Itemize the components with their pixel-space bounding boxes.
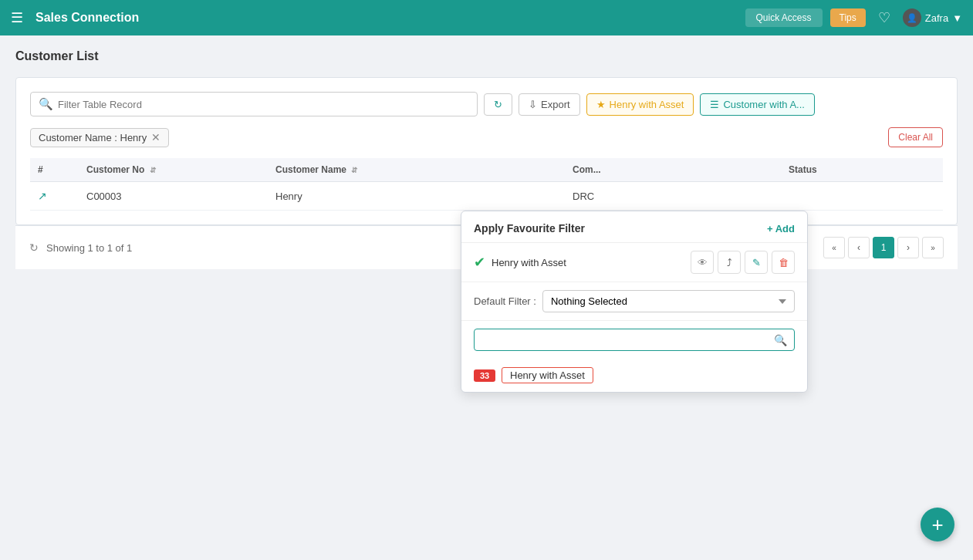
default-filter-select[interactable]: Nothing Selected (542, 290, 795, 312)
col-header-status: Status (781, 158, 943, 182)
toolbar: 🔍 ↻ ⇩ Export ★ Henry with Asset ☰ Custom… (30, 92, 943, 116)
refresh-icon: ↻ (494, 99, 502, 110)
export-icon: ⇩ (529, 99, 537, 110)
main-card: 🔍 ↻ ⇩ Export ★ Henry with Asset ☰ Custom… (15, 77, 958, 225)
panel-default-row: Default Filter : Nothing Selected (461, 282, 807, 321)
panel-search-input[interactable] (474, 329, 795, 351)
user-name: Zafra (925, 12, 948, 24)
page-title: Customer List (15, 49, 958, 63)
tips-button[interactable]: Tips (830, 8, 866, 27)
search-icon: 🔍 (39, 97, 53, 111)
chevron-down-icon: ▼ (952, 12, 962, 24)
footer-refresh-icon[interactable]: ↻ (29, 241, 39, 254)
star-icon: ★ (596, 99, 606, 110)
panel-add-button[interactable]: + Add (767, 223, 795, 234)
customer-name-cell: Henry (268, 182, 565, 211)
columns-button[interactable]: ☰ Customer with A... (700, 93, 814, 116)
check-circle-icon: ✔ (474, 254, 485, 271)
export-button[interactable]: ⇩ Export (519, 93, 580, 116)
default-filter-label: Default Filter : (474, 295, 536, 307)
favourite-filter-button[interactable]: ★ Henry with Asset (586, 93, 694, 116)
quick-access-button[interactable]: Quick Access (745, 8, 823, 27)
dropdown-item[interactable]: 33 Henry with Asset (461, 362, 807, 389)
customer-table: # Customer No ⇵ Customer Name ⇵ Com... S… (30, 158, 943, 211)
fab-add-button[interactable]: + (921, 508, 954, 541)
app-title: Sales Connection (35, 11, 738, 25)
table-row: ↗ C00003 Henry DRC (30, 182, 943, 211)
search-box[interactable]: 🔍 (30, 92, 478, 116)
col-header-company: Com... (565, 158, 781, 182)
pagination-page-1-button[interactable]: 1 (873, 237, 894, 258)
pagination-next-button[interactable]: › (897, 237, 919, 258)
columns-icon: ☰ (710, 99, 719, 110)
pagination: « ‹ 1 › » (823, 237, 944, 258)
share-filter-button[interactable]: ⤴ (718, 251, 741, 274)
panel-title: Apply Favourite Filter (474, 222, 585, 234)
sort-icon: ⇵ (150, 166, 156, 174)
refresh-button[interactable]: ↻ (484, 93, 512, 116)
col-header-hash: # (30, 158, 79, 182)
pagination-first-button[interactable]: « (823, 237, 845, 258)
hide-filter-button[interactable]: 👁 (691, 251, 714, 274)
delete-filter-button[interactable]: 🗑 (772, 251, 795, 274)
external-link-icon[interactable]: ↗ (38, 190, 47, 202)
search-input[interactable] (58, 99, 469, 110)
top-navigation: ☰ Sales Connection Quick Access Tips ♡ 👤… (0, 0, 973, 35)
edit-filter-button[interactable]: ✎ (745, 251, 768, 274)
pagination-prev-button[interactable]: ‹ (848, 237, 870, 258)
hamburger-icon[interactable]: ☰ (11, 9, 23, 26)
panel-header: Apply Favourite Filter + Add (461, 211, 807, 243)
company-cell: DRC (565, 182, 781, 211)
filter-tag-remove-button[interactable]: ✕ (151, 132, 160, 143)
dropdown-item-badge: 33 (474, 369, 495, 382)
panel-dropdown-list: 33 Henry with Asset (461, 359, 807, 392)
row-link-cell[interactable]: ↗ (30, 182, 79, 211)
clear-all-button[interactable]: Clear All (888, 127, 943, 147)
favourite-name: Henry with Asset (492, 257, 684, 268)
sort-icon: ⇵ (351, 166, 357, 174)
footer-count: Showing 1 to 1 of 1 (46, 242, 132, 254)
panel-favourite-row: ✔ Henry with Asset 👁 ⤴ ✎ 🗑 (461, 243, 807, 282)
page-content: Customer List 🔍 ↻ ⇩ Export ★ Henry with … (0, 35, 973, 283)
fav-actions: 👁 ⤴ ✎ 🗑 (691, 251, 795, 274)
favourite-panel: Apply Favourite Filter + Add ✔ Henry wit… (461, 211, 808, 393)
customer-no-cell: C00003 (79, 182, 268, 211)
table-header-row: # Customer No ⇵ Customer Name ⇵ Com... S… (30, 158, 943, 182)
dropdown-item-label: Henry with Asset (502, 367, 593, 383)
pagination-last-button[interactable]: » (922, 237, 944, 258)
avatar: 👤 (903, 8, 921, 27)
panel-search-row: 🔍 (461, 321, 807, 359)
notification-bell-icon[interactable]: ♡ (873, 9, 895, 26)
status-cell (781, 182, 943, 211)
active-filter-tag: Customer Name : Henry ✕ (30, 128, 169, 147)
filter-tag-label: Customer Name : Henry (39, 132, 147, 143)
col-header-customer-name[interactable]: Customer Name ⇵ (268, 158, 565, 182)
filter-row: Customer Name : Henry ✕ Clear All (30, 127, 943, 147)
col-header-customer-no[interactable]: Customer No ⇵ (79, 158, 268, 182)
user-menu[interactable]: 👤 Zafra ▼ (903, 8, 962, 27)
panel-search-icon: 🔍 (774, 334, 787, 346)
